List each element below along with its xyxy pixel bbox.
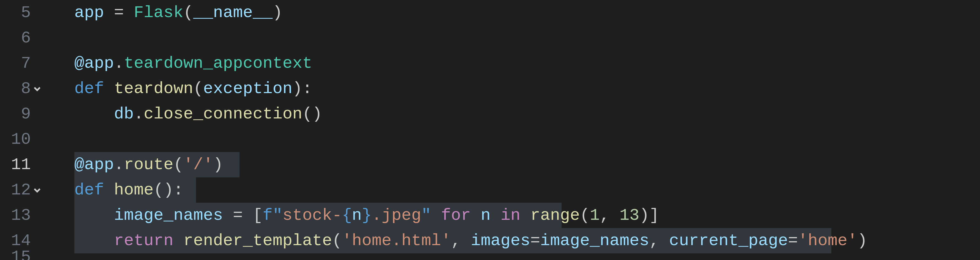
code-token: (): [302, 105, 322, 123]
code-text[interactable]: app = Flask(__name__): [74, 0, 980, 26]
code-token: @: [74, 155, 84, 174]
code-token: (: [580, 206, 590, 225]
line-number: 7: [0, 51, 31, 76]
code-token: 13: [620, 206, 640, 225]
decorator-name: teardown_appcontext: [124, 54, 312, 73]
code-text[interactable]: def teardown(exception):: [74, 76, 980, 101]
code-token: {: [342, 206, 352, 225]
code-line[interactable]: 14 return render_template('home.html', i…: [0, 228, 980, 254]
code-token: range: [530, 206, 580, 225]
code-text[interactable]: image_names = [f"stock-{n}.jpeg" for n i…: [74, 203, 980, 228]
code-token: ): [213, 155, 223, 174]
code-token: [490, 206, 500, 225]
code-text[interactable]: @app.route('/'): [74, 152, 980, 177]
code-token: ): [272, 3, 282, 22]
code-token: ,: [451, 231, 471, 250]
code-token: ):: [292, 79, 312, 98]
code-line[interactable]: 12 def home():: [0, 177, 980, 203]
chevron-down-icon[interactable]: [32, 84, 42, 93]
code-token: ,: [649, 231, 669, 250]
code-editor[interactable]: 5 app = Flask(__name__) 6 7 @app.teardow…: [0, 0, 980, 260]
code-token: = [: [223, 206, 262, 225]
line-number: 10: [0, 127, 31, 152]
code-line[interactable]: 13 image_names = [f"stock-{n}.jpeg" for …: [0, 203, 980, 228]
decorator-name: route: [124, 155, 173, 174]
code-token: return: [114, 231, 173, 250]
code-token: }: [362, 206, 372, 225]
code-token: =: [788, 231, 798, 250]
code-token: [471, 206, 480, 225]
code-text[interactable]: return render_template('home.html', imag…: [74, 228, 980, 254]
code-token: (: [193, 79, 203, 98]
line-number: 6: [0, 26, 31, 51]
code-token: __name__: [193, 3, 272, 22]
code-token: ():: [154, 181, 183, 199]
code-token: )]: [640, 206, 659, 225]
code-token: '/': [183, 155, 213, 174]
code-line[interactable]: 9 db.close_connection(): [0, 101, 980, 127]
code-line[interactable]: 10: [0, 127, 980, 152]
code-token: close_connection: [144, 105, 302, 123]
code-token: current_page: [669, 231, 788, 250]
code-token: f": [262, 206, 282, 225]
code-token: def: [74, 79, 104, 98]
function-name: home: [114, 181, 154, 199]
code-token: .: [114, 54, 124, 73]
line-number: 15: [0, 254, 31, 260]
code-token: image_names: [540, 231, 649, 250]
code-line[interactable]: 6: [0, 26, 980, 51]
code-token: app: [74, 3, 104, 22]
code-token: .: [134, 105, 144, 123]
code-token: [104, 181, 114, 199]
code-token: app: [84, 54, 114, 73]
code-line[interactable]: 7 @app.teardown_appcontext: [0, 51, 980, 76]
code-text[interactable]: @app.teardown_appcontext: [74, 51, 980, 76]
line-number: 9: [0, 101, 31, 127]
code-token: ,: [600, 206, 619, 225]
code-token: (: [183, 3, 193, 22]
line-number: 13: [0, 203, 31, 228]
code-token: ): [858, 231, 867, 250]
code-token: Flask: [134, 3, 183, 22]
code-token: =: [104, 3, 134, 22]
code-token: n: [352, 206, 362, 225]
fold-gutter[interactable]: [31, 185, 43, 195]
code-token: in: [500, 206, 520, 225]
code-token: 'home': [798, 231, 858, 250]
line-number: 5: [0, 0, 31, 26]
code-text[interactable]: def home():: [74, 177, 980, 203]
code-token: db: [114, 105, 134, 123]
line-number: 12: [0, 177, 31, 203]
code-token: ": [421, 206, 431, 225]
code-token: (: [332, 231, 342, 250]
code-line[interactable]: 8 def teardown(exception):: [0, 76, 980, 101]
code-token: =: [530, 231, 540, 250]
code-line[interactable]: 5 app = Flask(__name__): [0, 0, 980, 26]
chevron-down-icon[interactable]: [32, 185, 42, 195]
code-token: 1: [590, 206, 600, 225]
code-token: [104, 79, 114, 98]
code-token: for: [441, 206, 471, 225]
code-token: [520, 206, 530, 225]
code-token: 'home.html': [342, 231, 451, 250]
code-token: @: [74, 54, 84, 73]
code-line[interactable]: 15: [0, 254, 980, 260]
code-token: exception: [203, 79, 292, 98]
code-token: (: [173, 155, 183, 174]
code-token: .jpeg: [372, 206, 421, 225]
code-token: image_names: [114, 206, 223, 225]
code-token: stock-: [282, 206, 342, 225]
line-number: 11: [0, 152, 31, 177]
function-name: teardown: [114, 79, 193, 98]
code-token: app: [84, 155, 114, 174]
fold-gutter[interactable]: [31, 84, 43, 93]
code-token: [173, 231, 183, 250]
code-token: def: [74, 181, 104, 199]
code-token: [431, 206, 441, 225]
code-token: n: [480, 206, 490, 225]
code-line[interactable]: 11 @app.route('/'): [0, 152, 980, 177]
code-text[interactable]: db.close_connection(): [74, 101, 980, 127]
line-number: 8: [0, 76, 31, 101]
code-token: render_template: [183, 231, 332, 250]
code-token: .: [114, 155, 124, 174]
